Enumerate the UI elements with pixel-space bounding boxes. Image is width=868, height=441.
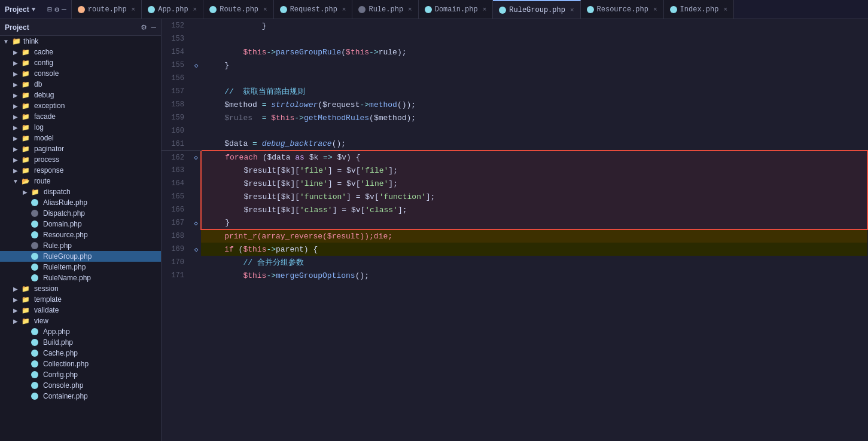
tab-label-rule: Rule.php <box>368 5 403 14</box>
tree-container: ▼ 📁 think ▶📁cache▶📁config▶📁console▶📁db▶📁… <box>0 36 161 402</box>
code-token: as <box>290 153 309 162</box>
tree-item-config-php[interactable]: Config.php <box>0 369 161 380</box>
tree-item-console-php[interactable]: Console.php <box>0 380 161 391</box>
code-token: ]; <box>388 179 398 188</box>
tree-item-dispatch[interactable]: ▶📁dispatch <box>0 186 161 197</box>
code-token: $this <box>243 245 266 254</box>
tree-label-session: session <box>34 284 59 293</box>
tree-item-cache[interactable]: ▶📁cache <box>0 47 161 57</box>
tree-item-container-php[interactable]: Container.php <box>0 391 161 402</box>
tab-label-rulegroup: RuleGroup.php <box>509 6 565 14</box>
tree-item-route[interactable]: ▼📂route <box>0 176 161 186</box>
tree-label-Build.php: Build.php <box>43 338 73 347</box>
tab-close-index[interactable]: × <box>723 6 727 13</box>
code-token: $this <box>206 271 266 280</box>
file-dot-Rule.php <box>31 242 38 249</box>
folder-icon-view: 📁 <box>22 317 30 325</box>
tab-rulegroup[interactable]: RuleGroup.php× <box>493 0 580 19</box>
tree-item-response[interactable]: ▶📁response <box>0 165 161 176</box>
tree-label-view: view <box>34 317 48 325</box>
tree-item-dispatch-php[interactable]: Dispatch.php <box>0 208 161 219</box>
tab-close-app[interactable]: × <box>193 6 197 13</box>
tree-item-session[interactable]: ▶📁session <box>0 283 161 294</box>
tree-item-cache-php[interactable]: Cache.php <box>0 348 161 359</box>
tab-route2[interactable]: Route.php× <box>203 0 273 19</box>
tab-rule[interactable]: Rule.php× <box>352 0 418 19</box>
line-num-156: 156 <box>162 72 191 85</box>
tree-item-ruleitem-php[interactable]: RuleItem.php <box>0 262 161 272</box>
code-token: -> <box>266 271 276 280</box>
tab-request[interactable]: Request.php× <box>274 0 353 19</box>
code-token: 'function' <box>300 192 346 201</box>
code-token: ][ <box>290 192 300 201</box>
tree-item-model[interactable]: ▶📁model <box>0 133 161 143</box>
line-num-161: 161 <box>162 137 191 151</box>
gutter-167: ◇ <box>191 216 201 229</box>
tree-item-build-php[interactable]: Build.php <box>0 337 161 348</box>
tree-root-think[interactable]: ▼ 📁 think <box>0 36 161 47</box>
tab-close-route2[interactable]: × <box>263 6 267 13</box>
tab-close-route[interactable]: × <box>132 6 136 13</box>
tree-arrow-validate: ▶ <box>12 307 19 314</box>
code-token: $v <box>346 179 356 188</box>
folder-icon-db: 📁 <box>22 81 30 88</box>
tab-route[interactable]: route.php× <box>72 0 142 19</box>
minimize-icon[interactable]: — <box>62 5 66 14</box>
code-row-171: 171 $this->mergeGroupOptions(); <box>162 269 867 282</box>
tree-item-db[interactable]: ▶📁db <box>0 79 161 90</box>
tree-label-exception: exception <box>34 102 65 110</box>
tree-item-app-php[interactable]: App.php <box>0 326 161 337</box>
tree-item-view[interactable]: ▶📁view <box>0 316 161 326</box>
tree-item-rulename-php[interactable]: RuleName.php <box>0 272 161 283</box>
tab-close-rule[interactable]: × <box>408 6 412 13</box>
tab-app[interactable]: App.php× <box>142 0 203 19</box>
code-table: 152 }153154 $this->parseGroupRule($this-… <box>162 19 868 282</box>
tree-item-console[interactable]: ▶📁console <box>0 68 161 79</box>
gutter-157 <box>191 85 201 98</box>
line-num-157: 157 <box>162 85 191 98</box>
code-token: [ <box>276 206 281 215</box>
tree-item-collection-php[interactable]: Collection.php <box>0 359 161 369</box>
settings-icon[interactable]: ⚙ <box>54 5 59 14</box>
code-token: [ <box>276 166 281 175</box>
tree-item-debug[interactable]: ▶📁debug <box>0 90 161 100</box>
line-num-154: 154 <box>162 45 191 59</box>
tab-index[interactable]: Index.php× <box>664 0 734 19</box>
folder-icon-route: 📂 <box>22 177 30 185</box>
code-token: print_r(array_reverse($result));die; <box>206 232 392 241</box>
file-dot-Resource.php <box>31 231 38 238</box>
tab-domain[interactable]: Domain.php× <box>419 0 494 19</box>
code-scroll[interactable]: 152 }153154 $this->parseGroupRule($this-… <box>162 19 868 441</box>
project-dropdown-icon[interactable]: ▼ <box>32 6 36 13</box>
tree-item-resource-php[interactable]: Resource.php <box>0 229 161 240</box>
code-token: $k <box>281 179 291 188</box>
code-token: ( <box>258 153 267 162</box>
code-row-163: 163 $result[$k]['file'] = $v['file']; <box>162 164 867 177</box>
tabs-container: route.php×App.php×Route.php×Request.php×… <box>72 0 734 19</box>
tab-resource[interactable]: Resource.php× <box>581 0 664 19</box>
tree-item-rulegroup-php[interactable]: RuleGroup.php <box>0 251 161 262</box>
tree-item-paginator[interactable]: ▶📁paginator <box>0 143 161 154</box>
tree-item-rule-php[interactable]: Rule.php <box>0 240 161 251</box>
tree-item-exception[interactable]: ▶📁exception <box>0 100 161 111</box>
code-row-161: 161 $data = debug_backtrace(); <box>162 137 867 151</box>
code-token: 'function' <box>379 192 426 201</box>
tree-item-log[interactable]: ▶📁log <box>0 122 161 133</box>
tab-close-rulegroup[interactable]: × <box>570 7 574 14</box>
tab-close-domain[interactable]: × <box>483 6 487 13</box>
sidebar-settings-icon[interactable]: ⚙ <box>141 22 146 32</box>
layout-icon[interactable]: ⊟ <box>47 5 52 14</box>
tree-item-validate[interactable]: ▶📁validate <box>0 305 161 316</box>
sidebar-collapse-icon[interactable]: — <box>151 22 156 32</box>
tree-item-domain-php[interactable]: Domain.php <box>0 219 161 229</box>
tree-item-template[interactable]: ▶📁template <box>0 294 161 305</box>
tree-item-process[interactable]: ▶📁process <box>0 154 161 165</box>
gutter-156 <box>191 72 201 85</box>
code-token: $k <box>309 153 319 162</box>
tab-close-request[interactable]: × <box>342 6 346 13</box>
tree-item-config[interactable]: ▶📁config <box>0 57 161 68</box>
tree-item-facade[interactable]: ▶📁facade <box>0 111 161 122</box>
tree-arrow-route: ▼ <box>12 178 19 185</box>
tab-close-resource[interactable]: × <box>653 6 657 13</box>
tree-item-aliasrule-php[interactable]: AliasRule.php <box>0 197 161 208</box>
